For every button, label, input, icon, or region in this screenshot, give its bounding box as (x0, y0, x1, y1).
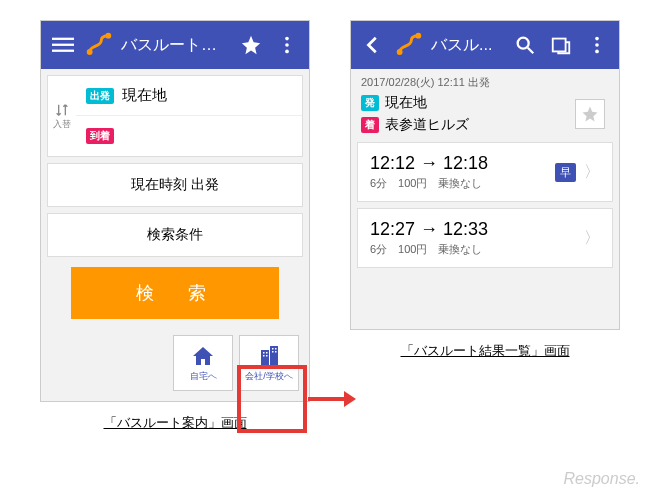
svg-point-19 (415, 33, 421, 39)
result-row[interactable]: 12:27 → 12:336分 100円 乗換なし〉 (357, 208, 613, 268)
arrival-row[interactable]: 到着 (76, 116, 302, 156)
bus-route-guide-screen: バスルート案内 入替 出発 現在地 (40, 20, 310, 402)
search-meta: 2017/02/28(火) 12:11 出発 (351, 69, 619, 92)
departure-row[interactable]: 出発 現在地 (76, 76, 302, 116)
departure-text: 現在地 (385, 94, 427, 112)
svg-rect-1 (52, 44, 74, 46)
svg-point-22 (595, 37, 599, 41)
svg-rect-8 (261, 350, 269, 366)
result-sub: 6分 100円 乗換なし (370, 176, 547, 191)
svg-rect-13 (266, 355, 268, 357)
appbar-title: バスル... (431, 35, 503, 56)
departure-text: 現在地 (122, 86, 167, 105)
svg-rect-0 (52, 38, 74, 40)
svg-rect-2 (52, 50, 74, 52)
shortcut-row: 自宅へ 会社/学校へ (41, 329, 309, 401)
shortcut-work-label: 会社/学校へ (245, 370, 293, 383)
arrival-badge: 到着 (86, 128, 114, 144)
fast-badge: 早 (555, 163, 576, 182)
svg-rect-11 (266, 352, 268, 354)
depart-time-option[interactable]: 現在時刻 出発 (47, 163, 303, 207)
svg-point-6 (285, 43, 289, 47)
svg-rect-14 (272, 348, 274, 350)
result-times: 12:27 → 12:33 (370, 219, 576, 240)
svg-point-23 (595, 43, 599, 47)
bus-route-results-screen: バスル... 2017/02/28(火) 12:11 出発 発 現在地 着 表参… (350, 20, 620, 330)
arrival-badge: 着 (361, 117, 379, 133)
svg-rect-16 (272, 351, 274, 353)
favorite-toggle[interactable] (575, 99, 605, 129)
svg-rect-17 (275, 351, 277, 353)
shortcut-home-button[interactable]: 自宅へ (173, 335, 233, 391)
overflow-menu-icon[interactable] (273, 31, 301, 59)
svg-point-5 (285, 37, 289, 41)
search-icon[interactable] (511, 31, 539, 59)
chevron-right-icon: 〉 (584, 228, 600, 249)
route-logo-icon (85, 31, 113, 59)
building-icon (257, 344, 281, 368)
left-caption: 「バスルート案内」画面 (104, 414, 247, 432)
arrow-annotation (308, 380, 356, 417)
svg-rect-10 (263, 352, 265, 354)
result-row[interactable]: 12:12 → 12:186分 100円 乗換なし早〉 (357, 142, 613, 202)
menu-icon[interactable] (49, 31, 77, 59)
svg-point-7 (285, 50, 289, 54)
svg-point-3 (87, 49, 93, 55)
overflow-menu-icon[interactable] (583, 31, 611, 59)
search-button[interactable]: 検 索 (71, 267, 279, 319)
back-icon[interactable] (359, 31, 387, 59)
svg-point-4 (105, 33, 111, 39)
result-times: 12:12 → 12:18 (370, 153, 547, 174)
origin-destination-card: 入替 出発 現在地 到着 (47, 75, 303, 157)
route-logo-icon (395, 31, 423, 59)
right-caption: 「バスルート結果一覧」画面 (401, 342, 570, 360)
shortcut-home-label: 自宅へ (190, 370, 217, 383)
swap-button[interactable]: 入替 (48, 76, 76, 156)
svg-rect-12 (263, 355, 265, 357)
svg-point-24 (595, 50, 599, 54)
departure-badge: 発 (361, 95, 379, 111)
appbar: バスル... (351, 21, 619, 69)
map-export-icon[interactable] (547, 31, 575, 59)
svg-point-18 (397, 49, 403, 55)
arrival-text: 表参道ヒルズ (385, 116, 469, 134)
svg-point-20 (518, 38, 529, 49)
chevron-right-icon: 〉 (584, 162, 600, 183)
favorite-icon[interactable] (237, 31, 265, 59)
swap-label: 入替 (53, 118, 71, 131)
appbar-title: バスルート案内 (121, 35, 229, 56)
appbar: バスルート案内 (41, 21, 309, 69)
departure-badge: 出発 (86, 88, 114, 104)
home-icon (191, 344, 215, 368)
result-sub: 6分 100円 乗換なし (370, 242, 576, 257)
watermark: Response. (564, 470, 641, 488)
svg-rect-9 (270, 346, 278, 366)
search-conditions-option[interactable]: 検索条件 (47, 213, 303, 257)
svg-rect-15 (275, 348, 277, 350)
shortcut-work-button[interactable]: 会社/学校へ (239, 335, 299, 391)
svg-rect-21 (553, 39, 566, 52)
